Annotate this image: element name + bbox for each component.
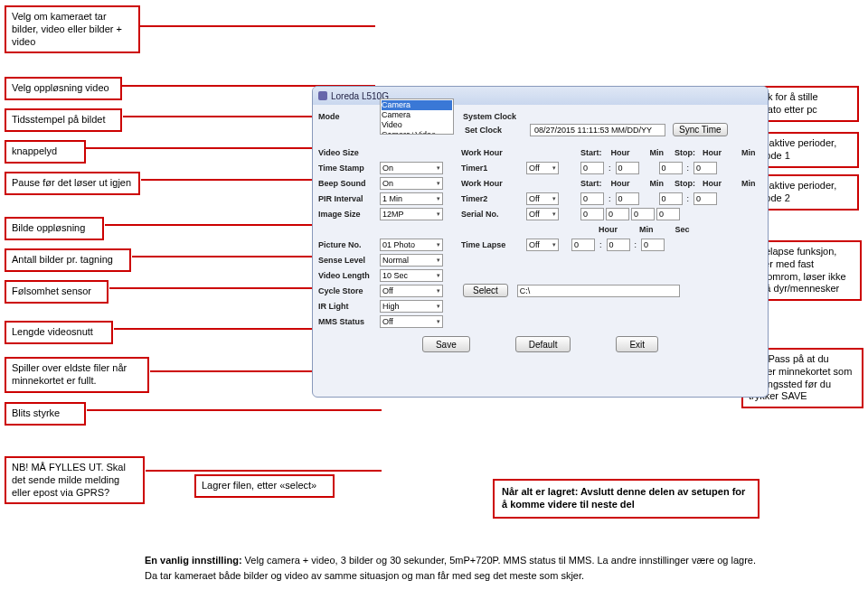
timer2-value: Off [529, 194, 540, 203]
mode-option[interactable]: Camera+Video [382, 130, 452, 135]
label-timelapse: Time Lapse [461, 240, 524, 249]
callout-pir: Pause før det løser ut igjen [5, 172, 140, 195]
timer2-start-min[interactable]: 0 [616, 192, 639, 205]
label-videolength: Video Length [318, 271, 378, 280]
callout-imagesize: Bilde oppløsning [5, 217, 104, 240]
mode-option[interactable]: Camera [382, 110, 452, 120]
callout-text: Velg om kameraet tar bilder, video eller… [12, 11, 122, 47]
sync-time-button[interactable]: Sync Time [673, 123, 728, 136]
callout-videolen: Lengde videosnutt [5, 321, 113, 344]
label-workhour1: Work Hour [461, 148, 524, 157]
irlight-combo[interactable]: High [380, 300, 443, 313]
pir-combo[interactable]: 1 Min [380, 192, 443, 205]
timer1-stop-hour[interactable]: 0 [659, 162, 683, 174]
timestamp-combo[interactable]: On [380, 162, 443, 174]
timer1-combo[interactable]: Off [526, 162, 559, 174]
serialno-combo[interactable]: Off [526, 208, 559, 220]
callout-text: Blits styrke [12, 407, 60, 418]
timelapse-combo[interactable]: Off [526, 239, 559, 251]
select-path[interactable]: C:\ [517, 285, 680, 297]
callout-text: Følsomhet sensor [12, 285, 91, 296]
label-cyclestore: Cycle Store [318, 286, 378, 295]
callout-text: Pause før det løser ut igjen [12, 177, 131, 188]
connector [146, 470, 147, 472]
label-hour: Hour [611, 148, 630, 157]
cyclestore-combo[interactable]: Off [380, 285, 443, 297]
imagesize-combo[interactable]: 12MP [380, 208, 443, 220]
sn4[interactable]: 0 [656, 208, 680, 220]
callout-text: Når alt er lagret: Avslutt denne delen a… [502, 486, 745, 510]
timer2-start-hour[interactable]: 0 [580, 192, 604, 205]
label-beep: Beep Sound [318, 179, 378, 188]
callout-pictureno: Antall bilder pr. tagning [5, 248, 131, 272]
irlight-value: High [382, 302, 400, 311]
label-hour: Hour [703, 148, 722, 157]
footer-line2: Da tar kameraet både bilder og video av … [145, 569, 796, 583]
button-row: Save Default Exit [318, 336, 762, 352]
label-systemclock: System Clock [463, 112, 526, 121]
callout-exit: Når alt er lagret: Avslutt denne delen a… [493, 479, 760, 519]
timer2-stop-min[interactable]: 0 [693, 192, 717, 205]
timer1-stop-min[interactable]: 0 [693, 162, 717, 174]
label-workhour2: Work Hour [461, 179, 524, 188]
sn2[interactable]: 0 [606, 208, 629, 220]
timer1-start-min[interactable]: 0 [616, 162, 639, 174]
label-sec: Sec [675, 225, 690, 234]
mms-combo[interactable]: Off [380, 315, 443, 328]
timer2-stop-hour[interactable]: 0 [659, 192, 683, 205]
cyclestore-value: Off [382, 286, 393, 295]
select-button[interactable]: Select [463, 284, 508, 297]
timer1-value: Off [529, 164, 540, 173]
mode-listbox[interactable]: Camera Camera Video Camera+Video [380, 98, 454, 135]
label-sense: Sense Level [318, 256, 378, 265]
serialno-value: Off [529, 210, 540, 219]
timer1-start-hour[interactable]: 0 [580, 162, 604, 174]
system-clock-value[interactable]: 08/27/2015 11:11:53 MM/DD/YY [530, 124, 665, 136]
callout-text: Tidsstempel på bildet [12, 114, 106, 125]
timestamp-value: On [382, 164, 393, 173]
label-videosize: Video Size [318, 148, 378, 157]
app-body: Mode Camera Camera Video Camera+Video Sy… [313, 105, 768, 360]
callout-text: Lagrer filen, etter «select» [202, 480, 316, 491]
connector [146, 470, 382, 472]
pictureno-value: 01 Photo [382, 240, 415, 249]
label-pictureno: Picture No. [318, 240, 378, 249]
sense-combo[interactable]: Normal [380, 254, 443, 267]
label-hour: Hour [599, 225, 618, 234]
connector [140, 25, 375, 27]
label-min: Min [741, 148, 756, 157]
footer-rest: Velg camera + video, 3 bilder og 30 seku… [242, 555, 756, 566]
timelapse-value: Off [529, 240, 540, 249]
label-irlight: IR Light [318, 302, 378, 311]
videolength-combo[interactable]: 10 Sec [380, 269, 443, 282]
default-button[interactable]: Default [515, 336, 571, 352]
pictureno-combo[interactable]: 01 Photo [380, 239, 443, 251]
timelapse-sec[interactable]: 0 [641, 239, 665, 251]
callout-cyclestore: Spiller over eldste filer når minnekorte… [5, 357, 149, 393]
timer2-combo[interactable]: Off [526, 192, 559, 205]
sense-value: Normal [382, 256, 409, 265]
save-button[interactable]: Save [422, 336, 470, 352]
callout-videosize: Velg oppløsning video [5, 77, 122, 100]
label-serialno: Serial No. [461, 210, 524, 219]
mode-option[interactable]: Camera [382, 100, 452, 110]
footer-bold: En vanlig innstilling: [145, 555, 242, 566]
mode-option[interactable]: Video [382, 120, 452, 130]
sn3[interactable]: 0 [631, 208, 655, 220]
label-start1: Start: [580, 148, 602, 157]
label-min: Min [639, 225, 654, 234]
callout-irlight: Blits styrke [5, 402, 86, 426]
label-imagesize: Image Size [318, 210, 378, 219]
beep-combo[interactable]: On [380, 177, 443, 190]
label-min: Min [650, 148, 665, 157]
timelapse-min[interactable]: 0 [607, 239, 630, 251]
label-timer2: Timer2 [461, 194, 524, 203]
sn1[interactable]: 0 [580, 208, 604, 220]
label-timer1: Timer1 [461, 164, 524, 173]
exit-button[interactable]: Exit [616, 336, 658, 352]
timelapse-hour[interactable]: 0 [571, 239, 595, 251]
callout-text: knappelyd [12, 145, 57, 156]
connector [87, 409, 382, 411]
label-setclock: Set Clock [465, 126, 528, 135]
label-stop1: Stop: [675, 148, 695, 157]
